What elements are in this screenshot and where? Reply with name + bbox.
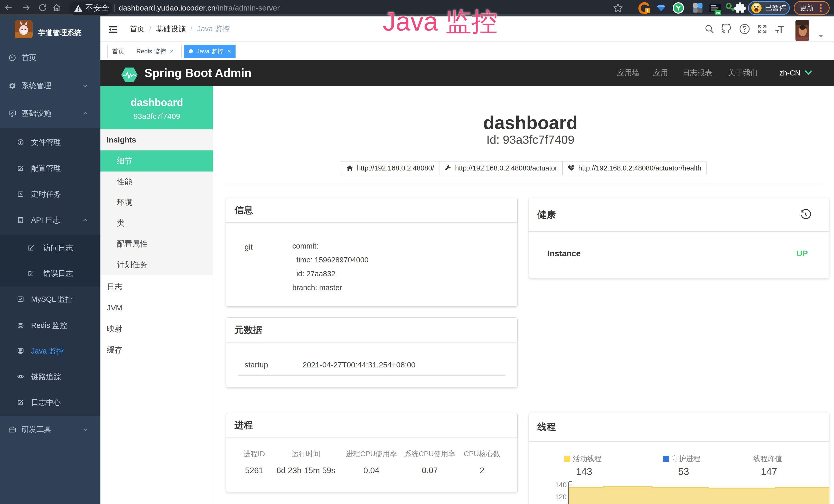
svg-text:1: 1 (646, 9, 649, 13)
svg-text:on: on (716, 10, 720, 15)
svg-text:120: 120 (555, 493, 567, 501)
svg-text:140: 140 (555, 481, 567, 489)
